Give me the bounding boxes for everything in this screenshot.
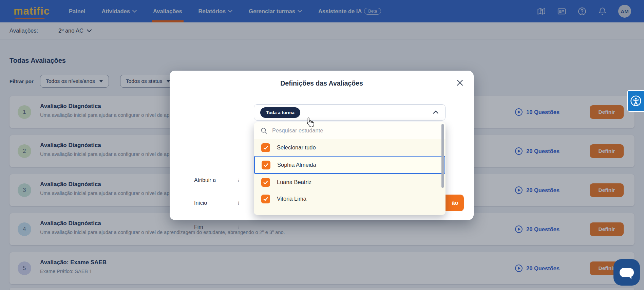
option-vitoria-lima[interactable]: Vitoria Lima [254,191,446,207]
assign-to-select[interactable]: Toda a turma [254,104,446,121]
checkbox-checked-icon[interactable] [261,143,270,152]
option-label: Sophia Almeida [277,162,316,168]
checkbox-checked-icon[interactable] [262,161,270,169]
search-icon [261,127,267,134]
field-label-atribuir-a: Atribuir a [194,177,216,183]
chevron-up-icon [433,110,438,114]
info-icon[interactable]: i [236,224,241,230]
option-luana-beatriz[interactable]: Luana Beatriz [254,174,446,191]
info-icon[interactable]: i [236,178,241,183]
checkbox-checked-icon[interactable] [261,178,270,187]
chat-bubble-icon [620,268,634,277]
page: matific Painel Atividades Avaliações Rel… [0,0,644,290]
option-label: Vitoria Lima [277,196,306,202]
field-label-fim: Fim [194,224,203,230]
accessibility-widget-button[interactable] [627,90,644,112]
option-sophia-almeida[interactable]: Sophia Almeida [254,156,445,174]
option-label: Luana Beatriz [277,179,311,185]
option-select-all[interactable]: Selecionar tudo [254,139,446,156]
scrollbar-thumb[interactable] [441,124,444,188]
info-icon[interactable]: i [236,200,241,206]
assessment-settings-modal: Definições das Avaliações Atribuir a i I… [170,71,474,220]
field-label-inicio: Início [194,200,207,206]
accessibility-icon [630,95,642,107]
student-search-input[interactable] [272,127,415,134]
selected-chip: Toda a turma [260,107,300,118]
chat-widget-button[interactable] [613,259,640,286]
checkbox-checked-icon[interactable] [261,195,270,203]
student-dropdown-panel: Selecionar tudo Sophia Almeida Luana Bea… [254,122,446,215]
mouse-cursor-icon [305,117,314,127]
option-label: Selecionar tudo [277,144,316,151]
close-icon[interactable] [455,78,464,87]
student-search[interactable] [254,122,446,139]
modal-title: Definições das Avaliações [170,79,474,87]
